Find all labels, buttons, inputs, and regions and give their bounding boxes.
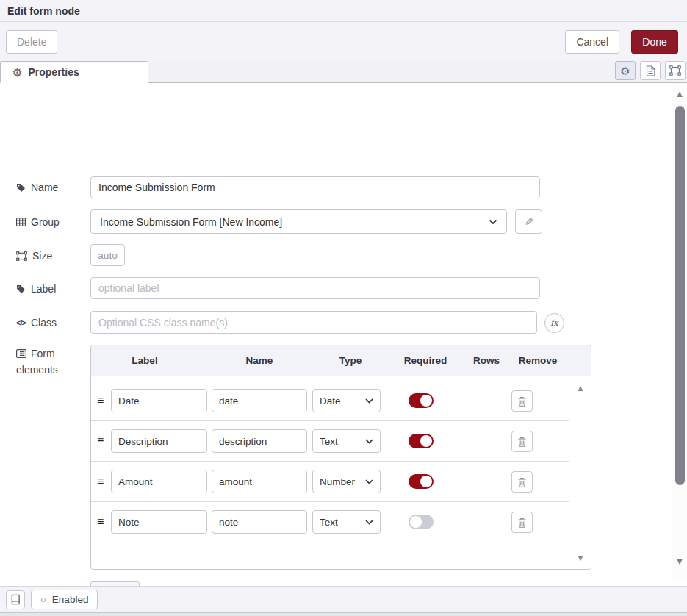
- element-label-input[interactable]: [111, 470, 207, 493]
- required-toggle[interactable]: [409, 515, 434, 529]
- node-properties-gear-button[interactable]: ⚙: [615, 61, 636, 80]
- element-name-input[interactable]: [212, 389, 307, 412]
- form-elements-header: Label Name Type Required Rows Remove: [91, 345, 591, 376]
- chevron-down-icon: [365, 398, 373, 404]
- scroll-down-arrow[interactable]: ▼: [672, 556, 687, 566]
- node-appearance-button[interactable]: [665, 61, 686, 80]
- scroll-up-arrow[interactable]: ▲: [569, 384, 591, 393]
- col-header-type: Type: [339, 355, 362, 366]
- trash-icon: [517, 477, 527, 487]
- chevron-down-icon: [365, 520, 373, 525]
- col-header-rows: Rows: [473, 355, 500, 366]
- enabled-label: Enabled: [52, 594, 89, 605]
- element-label-input[interactable]: [111, 510, 207, 534]
- dialog-header: Edit form node: [0, 0, 687, 22]
- element-type-value: Text: [320, 436, 338, 447]
- label-field-label: Label: [16, 283, 56, 295]
- size-label-text: Size: [32, 250, 52, 262]
- table-icon: [16, 218, 26, 226]
- gear-icon: ⚙: [12, 67, 22, 78]
- table-scrollbar: ▲ ▼: [569, 376, 591, 570]
- required-toggle[interactable]: [409, 434, 434, 448]
- form-element-row: ≡ Date: [91, 381, 570, 421]
- form-elements-body: ≡ Date: [91, 376, 591, 570]
- properties-panel: Name Group Income Submission Form [New I…: [0, 83, 687, 581]
- node-help-button[interactable]: [6, 590, 25, 609]
- tab-properties-label: Properties: [28, 66, 79, 78]
- element-label-input[interactable]: [111, 389, 207, 412]
- element-type-select[interactable]: Text: [312, 429, 381, 453]
- required-toggle[interactable]: [409, 393, 434, 408]
- form-elements-field-label: Form elements: [16, 345, 69, 378]
- element-type-select[interactable]: Text: [312, 510, 381, 534]
- footer-bar: ○ Enabled: [0, 586, 687, 613]
- delete-element-button[interactable]: [511, 390, 533, 412]
- form-element-row: ≡ Text: [91, 502, 570, 542]
- element-type-value: Number: [320, 476, 355, 487]
- scroll-down-arrow[interactable]: ▼: [569, 554, 591, 562]
- object-group-icon: [16, 251, 27, 261]
- delete-element-button[interactable]: [511, 471, 533, 493]
- panel-scrollbar: ▲ ▼: [672, 83, 687, 581]
- col-header-remove: Remove: [519, 355, 558, 366]
- form-element-row: ≡ Number: [91, 462, 570, 502]
- chevron-down-icon: [365, 479, 373, 484]
- form-element-row: ≡ Text: [91, 421, 570, 462]
- tag-icon: [16, 284, 26, 294]
- object-frame-icon: [669, 65, 681, 76]
- element-name-input[interactable]: [212, 510, 307, 534]
- name-field-label: Name: [16, 182, 58, 193]
- element-name-input[interactable]: [212, 470, 307, 493]
- name-input[interactable]: [90, 176, 540, 198]
- group-select[interactable]: Income Submission Form [New Income]: [90, 209, 507, 234]
- element-type-select[interactable]: Number: [312, 470, 381, 493]
- group-select-value: Income Submission Form [New Income]: [100, 216, 282, 228]
- element-name-input[interactable]: [212, 429, 307, 453]
- delete-element-button[interactable]: [511, 431, 533, 452]
- toggle-knob: [420, 435, 432, 447]
- trash-icon: [517, 437, 527, 447]
- editor-tab-bar: ⚙ Properties ⚙: [0, 61, 687, 83]
- label-input[interactable]: [90, 277, 540, 299]
- toggle-knob: [420, 395, 432, 407]
- dialog-title: Edit form node: [7, 5, 80, 17]
- tab-properties[interactable]: ⚙ Properties: [0, 61, 148, 83]
- class-field-label: </> Class: [16, 317, 57, 329]
- code-icon: </>: [16, 317, 26, 329]
- trash-icon: [517, 396, 527, 407]
- scrollbar-thumb[interactable]: [675, 106, 685, 485]
- scroll-up-arrow[interactable]: ▲: [672, 89, 687, 99]
- fx-badge[interactable]: fx: [544, 313, 564, 333]
- size-button[interactable]: auto: [90, 244, 125, 266]
- node-description-button[interactable]: [640, 61, 661, 80]
- chevron-down-icon: [489, 219, 497, 225]
- col-header-required: Required: [404, 355, 447, 366]
- dialog-footer: ○ Enabled: [0, 581, 687, 616]
- toggle-knob: [420, 476, 432, 487]
- required-toggle[interactable]: [409, 474, 434, 489]
- done-button[interactable]: Done: [631, 30, 678, 54]
- element-type-value: Date: [320, 395, 341, 407]
- delete-element-button[interactable]: [511, 512, 533, 533]
- drag-handle-icon[interactable]: ≡: [97, 395, 104, 407]
- drag-handle-icon[interactable]: ≡: [97, 516, 104, 528]
- name-label-text: Name: [31, 182, 58, 193]
- element-type-value: Text: [320, 517, 338, 528]
- drag-handle-icon[interactable]: ≡: [97, 476, 104, 487]
- cancel-button[interactable]: Cancel: [565, 30, 619, 54]
- tag-icon: [16, 183, 26, 193]
- element-type-select[interactable]: Date: [312, 389, 381, 412]
- book-icon: [10, 594, 21, 605]
- class-label-text: Class: [31, 317, 57, 329]
- size-field-label: Size: [16, 250, 52, 262]
- class-input[interactable]: [90, 311, 537, 334]
- edit-group-button[interactable]: ✎: [515, 209, 542, 234]
- delete-button[interactable]: Delete: [6, 30, 57, 54]
- status-circle-icon: ○: [40, 595, 46, 604]
- element-label-input[interactable]: [111, 429, 207, 453]
- form-elements-table: Label Name Type Required Rows Remove ≡ D…: [90, 345, 591, 570]
- chevron-down-icon: [365, 439, 373, 444]
- node-enabled-toggle-button[interactable]: ○ Enabled: [31, 590, 98, 609]
- drag-handle-icon[interactable]: ≡: [97, 435, 104, 447]
- document-icon: [646, 65, 655, 76]
